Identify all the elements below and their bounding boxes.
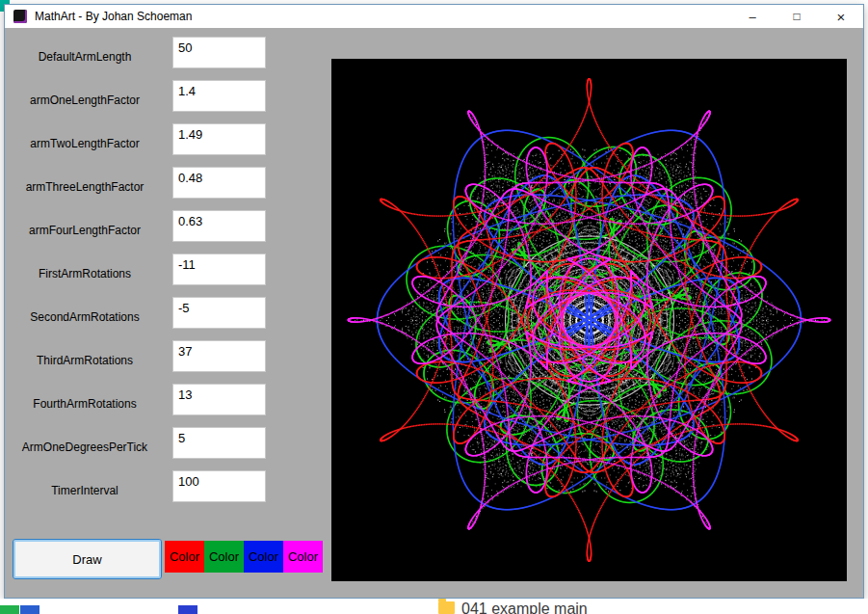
window-title: MathArt - By Johan Schoeman — [35, 10, 192, 23]
field-label: FirstArmRotations — [13, 267, 157, 280]
color-buttons: Color Color Color Color — [165, 541, 323, 573]
folder-icon — [438, 601, 455, 614]
field-input-TimerInterval[interactable] — [172, 470, 266, 502]
field-row: SecondArmRotations — [13, 297, 302, 340]
art-canvas — [331, 59, 847, 581]
field-label: TimerInterval — [13, 484, 157, 497]
color-button-blue[interactable]: Color — [244, 541, 283, 573]
field-input-armFourLengthFactor[interactable] — [172, 210, 266, 242]
field-label: armTwoLengthFactor — [13, 137, 157, 150]
field-label: armOneLengthFactor — [13, 93, 157, 107]
field-row: FirstArmRotations — [13, 254, 302, 297]
draw-button[interactable]: Draw — [13, 539, 162, 579]
field-input-SecondArmRotations[interactable] — [172, 297, 266, 329]
mathart-window: MathArt - By Johan Schoeman – □ × Defaul… — [4, 4, 864, 599]
field-input-armTwoLengthFactor[interactable] — [172, 123, 266, 155]
color-button-magenta[interactable]: Color — [283, 541, 323, 573]
field-label: SecondArmRotations — [13, 310, 157, 324]
window-controls: – □ × — [730, 5, 863, 28]
screen: MathArt - By Johan Schoeman – □ × Defaul… — [0, 0, 868, 614]
field-input-FirstArmRotations[interactable] — [172, 254, 266, 285]
field-input-ThirdArmRotations[interactable] — [172, 340, 266, 372]
background-window-strip: 041 example main — [0, 599, 868, 614]
background-folder-label: 041 example main — [461, 599, 588, 614]
titlebar[interactable]: MathArt - By Johan Schoeman – □ × — [5, 5, 863, 28]
app-icon — [13, 10, 27, 23]
field-row: armThreeLengthFactor — [13, 167, 302, 210]
field-label: FourthArmRotations — [13, 397, 157, 411]
field-row: FourthArmRotations — [13, 384, 302, 427]
background-block-blue2 — [178, 605, 197, 614]
field-input-armThreeLengthFactor[interactable] — [172, 167, 266, 199]
background-block-blue — [20, 605, 39, 614]
field-row: armOneLengthFactor — [13, 80, 302, 123]
field-row: armTwoLengthFactor — [13, 123, 302, 167]
field-row: ArmOneDegreesPerTick — [13, 427, 302, 470]
field-input-FourthArmRotations[interactable] — [172, 384, 266, 415]
field-label: ThirdArmRotations — [13, 354, 157, 367]
field-row: DefaultArmLength — [13, 37, 302, 80]
parameter-fields: DefaultArmLength armOneLengthFactor armT… — [13, 37, 302, 514]
field-label: DefaultArmLength — [13, 50, 157, 64]
field-input-DefaultArmLength[interactable] — [172, 37, 266, 68]
field-input-ArmOneDegreesPerTick[interactable] — [172, 427, 266, 459]
field-input-armOneLengthFactor[interactable] — [172, 80, 266, 112]
field-row: ThirdArmRotations — [13, 340, 302, 384]
background-block-green — [0, 605, 19, 614]
field-label: ArmOneDegreesPerTick — [13, 440, 157, 454]
color-button-red[interactable]: Color — [165, 541, 204, 573]
field-label: armFourLengthFactor — [13, 224, 157, 237]
field-row: TimerInterval — [13, 470, 302, 514]
color-button-green[interactable]: Color — [204, 541, 244, 573]
field-row: armFourLengthFactor — [13, 210, 302, 254]
minimize-button[interactable]: – — [730, 5, 775, 28]
close-button[interactable]: × — [819, 5, 863, 28]
background-folder-row: 041 example main — [438, 599, 588, 614]
client-area: DefaultArmLength armOneLengthFactor armT… — [5, 28, 863, 598]
field-label: armThreeLengthFactor — [13, 180, 157, 194]
maximize-button[interactable]: □ — [775, 5, 819, 28]
